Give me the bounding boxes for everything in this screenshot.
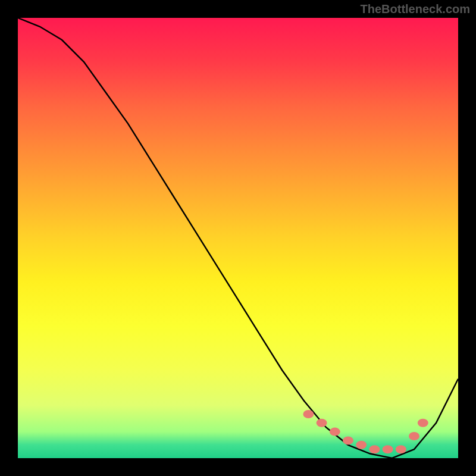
marker-dot [303,410,314,418]
marker-dot [383,445,393,453]
bottleneck-curve-path [18,18,458,458]
curve-svg [18,18,458,458]
marker-dot [409,432,419,440]
marker-dot [369,445,380,453]
marker-dot [418,419,428,427]
plot-area [18,18,458,458]
watermark-text: TheBottleneck.com [361,2,470,16]
optimal-zone-markers-group [303,410,428,453]
marker-dot [396,445,406,453]
marker-dot [356,441,367,449]
marker-dot [330,428,340,436]
marker-dot [317,419,327,427]
marker-dot [343,436,353,444]
